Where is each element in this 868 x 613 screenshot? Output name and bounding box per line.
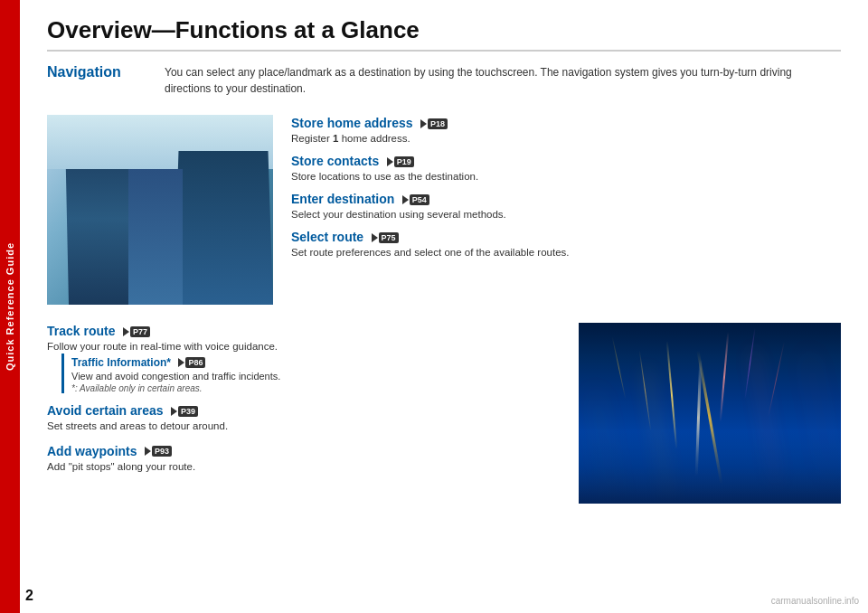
nav-label-col: Navigation bbox=[47, 64, 165, 97]
feature-store-contacts-desc: Store locations to use as the destinatio… bbox=[291, 169, 841, 184]
feature-enter-dest-desc: Select your destination using several me… bbox=[291, 207, 841, 222]
middle-section: Store home address P18 Register 1 home a… bbox=[47, 115, 841, 305]
feature-add-waypoints-badge: P93 bbox=[145, 446, 172, 457]
badge-arrow-icon bbox=[171, 407, 177, 416]
badge-arrow-icon bbox=[372, 233, 378, 242]
badge-box: P75 bbox=[379, 232, 399, 243]
feature-store-contacts-title: Store contacts bbox=[291, 154, 379, 168]
feature-track-route-desc: Follow your route in real-time with voic… bbox=[47, 339, 561, 354]
sidebar-label: Quick Reference Guide bbox=[5, 242, 15, 371]
feature-enter-destination: Enter destination P54 Select your destin… bbox=[291, 191, 841, 222]
sub-feature-traffic-desc: View and avoid congestion and traffic in… bbox=[71, 370, 561, 383]
feature-track-route: Track route P77 Follow your route in rea… bbox=[47, 323, 561, 393]
feature-avoid-areas-desc: Set streets and areas to detour around. bbox=[47, 419, 561, 433]
features-top-list: Store home address P18 Register 1 home a… bbox=[291, 115, 841, 305]
watermark: carmanualsonline.info bbox=[771, 596, 859, 606]
navigation-description: You can select any place/landmark as a d… bbox=[165, 64, 841, 97]
feature-track-route-badge: P77 bbox=[123, 326, 150, 337]
sub-feature-traffic: Traffic Information* P86 View and avoid … bbox=[61, 354, 561, 393]
navigation-heading: Navigation bbox=[47, 64, 121, 80]
road-image bbox=[579, 323, 841, 504]
badge-box: P18 bbox=[428, 118, 448, 129]
badge-box: P54 bbox=[410, 194, 429, 205]
building-image bbox=[47, 115, 273, 305]
badge-arrow-icon bbox=[402, 195, 409, 204]
feature-add-waypoints-desc: Add "pit stops" along your route. bbox=[47, 459, 561, 474]
badge-box: P39 bbox=[178, 406, 198, 417]
badge-arrow-icon bbox=[178, 358, 184, 367]
badge-box: P19 bbox=[394, 156, 414, 167]
feature-store-home-title: Store home address bbox=[291, 116, 413, 130]
badge-box: P86 bbox=[185, 357, 205, 368]
feature-store-contacts-badge: P19 bbox=[387, 156, 414, 167]
feature-store-home-desc: Register 1 home address. bbox=[291, 131, 841, 146]
feature-add-waypoints-title: Add waypoints bbox=[47, 444, 137, 458]
main-content: Overview—Functions at a Glance Navigatio… bbox=[20, 0, 868, 613]
sub-feature-traffic-title: Traffic Information* bbox=[71, 356, 171, 369]
feature-store-home: Store home address P18 Register 1 home a… bbox=[291, 115, 841, 146]
badge-box: P93 bbox=[152, 446, 172, 457]
feature-add-waypoints: Add waypoints P93 Add "pit stops" along … bbox=[47, 443, 561, 474]
feature-enter-dest-title: Enter destination bbox=[291, 192, 394, 206]
page-number: 2 bbox=[25, 588, 33, 604]
feature-avoid-areas-badge: P39 bbox=[171, 406, 198, 417]
badge-arrow-icon bbox=[123, 327, 129, 336]
sub-feature-traffic-badge: P86 bbox=[178, 357, 205, 368]
badge-arrow-icon bbox=[145, 447, 151, 456]
feature-enter-dest-badge: P54 bbox=[402, 194, 429, 205]
sub-feature-traffic-note: *: Available only in certain areas. bbox=[71, 383, 561, 393]
feature-avoid-areas-title: Avoid certain areas bbox=[47, 403, 164, 418]
badge-arrow-icon bbox=[420, 119, 427, 128]
feature-select-route: Select route P75 Set route preferences a… bbox=[291, 229, 841, 259]
feature-store-home-badge: P18 bbox=[420, 118, 448, 129]
badge-box: P77 bbox=[130, 326, 150, 337]
feature-select-route-desc: Set route preferences and select one of … bbox=[291, 245, 841, 259]
feature-select-route-badge: P75 bbox=[372, 232, 399, 243]
feature-store-contacts: Store contacts P19 Store locations to us… bbox=[291, 153, 841, 184]
feature-track-route-title: Track route bbox=[47, 324, 115, 338]
feature-select-route-title: Select route bbox=[291, 230, 363, 244]
page-title: Overview—Functions at a Glance bbox=[47, 16, 841, 52]
bottom-section: Track route P77 Follow your route in rea… bbox=[47, 323, 841, 504]
feature-avoid-areas: Avoid certain areas P39 Set streets and … bbox=[47, 402, 561, 433]
navigation-section: Navigation You can select any place/land… bbox=[47, 64, 841, 97]
badge-arrow-icon bbox=[387, 157, 393, 166]
features-bottom-list: Track route P77 Follow your route in rea… bbox=[47, 323, 561, 504]
sidebar-tab: Quick Reference Guide bbox=[0, 0, 20, 613]
